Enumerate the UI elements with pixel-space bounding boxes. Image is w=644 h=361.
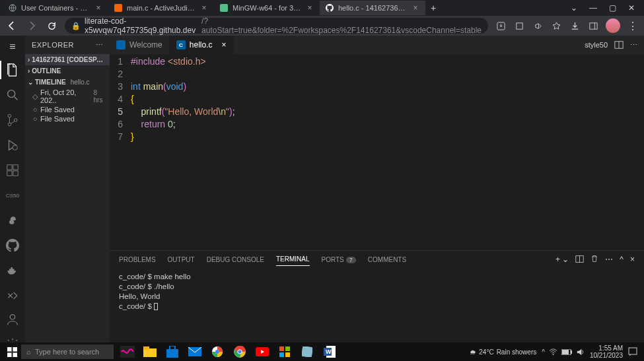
- url-input[interactable]: 🔒 literate-cod-x5wvqw7q475735q9.github.d…: [65, 18, 488, 34]
- timeline-item[interactable]: ○ File Saved: [25, 114, 110, 123]
- reload-button[interactable]: [45, 19, 58, 32]
- docker-icon[interactable]: [5, 263, 20, 279]
- browser-tab-3[interactable]: hello.c - 141627361 [Codespace ×: [320, 1, 425, 15]
- new-terminal-icon[interactable]: + ⌄: [555, 255, 569, 264]
- wifi-icon[interactable]: [549, 348, 557, 356]
- explorer-icon[interactable]: [5, 62, 20, 78]
- notifications-icon[interactable]: [628, 347, 637, 356]
- timeline-item[interactable]: ○ File Saved: [25, 105, 110, 114]
- extensions-icon[interactable]: [5, 162, 20, 178]
- notes-icon[interactable]: [297, 344, 317, 360]
- style50-button[interactable]: style50: [585, 41, 608, 49]
- file-explorer-icon[interactable]: [140, 344, 160, 360]
- lock-icon: 🔒: [71, 22, 81, 30]
- maximize-icon[interactable]: ▢: [609, 3, 616, 13]
- maximize-panel-icon[interactable]: ^: [620, 255, 624, 264]
- new-tab-button[interactable]: +: [425, 3, 441, 13]
- code-content: #include <stdio.h> int main(void){ print…: [131, 55, 235, 250]
- chrome-icon[interactable]: [230, 344, 250, 360]
- browser-tab-2[interactable]: MinGW-w64 - for 32 and 64 bit ×: [214, 1, 320, 15]
- trash-icon[interactable]: [590, 255, 598, 264]
- profile-avatar[interactable]: [606, 18, 620, 33]
- ports-tab[interactable]: PORTS7: [322, 253, 356, 266]
- menu-icon[interactable]: ⋮: [627, 20, 639, 32]
- run-debug-icon[interactable]: [5, 137, 20, 153]
- svg-point-33: [215, 350, 219, 354]
- tab-title: MinGW-w64 - for 32 and 64 bit: [233, 4, 301, 12]
- taskbar-search[interactable]: ⌕ Type here to search: [21, 345, 114, 359]
- close-icon[interactable]: ×: [411, 3, 420, 13]
- terminal-tab[interactable]: TERMINAL: [276, 253, 310, 266]
- close-icon[interactable]: ×: [305, 3, 314, 13]
- search-icon: ⌕: [26, 348, 31, 356]
- svg-rect-25: [13, 352, 17, 357]
- extension-icon[interactable]: [513, 20, 525, 32]
- more-icon[interactable]: ⋯: [605, 255, 613, 264]
- word-icon[interactable]: W: [320, 344, 340, 360]
- github-icon[interactable]: [5, 238, 20, 253]
- line-num: 6: [110, 118, 123, 131]
- minimize-icon[interactable]: —: [589, 3, 597, 13]
- editor-tab-hello[interactable]: C hello.c ×: [170, 36, 234, 54]
- close-window-icon[interactable]: ✕: [628, 3, 635, 13]
- timeline-item[interactable]: ◇ Fri, Oct 20, 202.. 8 hrs: [25, 88, 110, 105]
- share-icon[interactable]: [532, 20, 544, 32]
- remote-icon[interactable]: [5, 288, 20, 304]
- split-icon[interactable]: [614, 40, 624, 49]
- browser-tab-1[interactable]: main.c - ActiveJudiciousPcboard ×: [108, 1, 214, 15]
- close-icon[interactable]: ×: [94, 3, 103, 13]
- volume-icon[interactable]: [576, 348, 585, 356]
- chevron-down-icon[interactable]: ⌄: [571, 3, 577, 13]
- terminal-output[interactable]: c_code/ $ make hello c_code/ $ ./hello H…: [110, 268, 644, 343]
- browser-tab-0[interactable]: User Containers - webterm | Lag ×: [3, 1, 108, 15]
- back-button[interactable]: [5, 19, 18, 32]
- source-control-icon[interactable]: [5, 112, 20, 128]
- more-icon[interactable]: ⋯: [630, 41, 637, 49]
- weather-widget[interactable]: 🌧 24°C Rain showers: [470, 348, 536, 356]
- outline-section[interactable]: ›OUTLINE: [25, 65, 110, 77]
- system-tray: 🌧 24°C Rain showers ^ 1:55 AM 10/21/2023: [470, 345, 641, 359]
- more-icon[interactable]: ⋯: [96, 41, 104, 49]
- panel-icon[interactable]: [587, 20, 599, 32]
- store-icon[interactable]: [162, 344, 182, 360]
- chevron-right-icon: ›: [28, 56, 30, 63]
- timeline-section[interactable]: ⌄TIMELINEhello.c: [25, 77, 110, 88]
- clock[interactable]: 1:55 AM 10/21/2023: [590, 345, 623, 359]
- comments-tab[interactable]: COMMENTS: [368, 253, 406, 266]
- line-num: 5: [110, 106, 123, 118]
- output-tab[interactable]: OUTPUT: [168, 253, 195, 266]
- star-icon[interactable]: [550, 20, 562, 32]
- url-path: /?autoStart=true&folder=%2Fworkspaces%2F…: [201, 16, 482, 35]
- svg-rect-50: [629, 348, 637, 354]
- split-terminal-icon[interactable]: [575, 255, 584, 264]
- start-button[interactable]: [3, 343, 21, 361]
- photos-icon[interactable]: [207, 344, 227, 360]
- close-icon[interactable]: ×: [199, 3, 209, 13]
- hamburger-icon[interactable]: ≡: [9, 41, 15, 53]
- debug-console-tab[interactable]: DEBUG CONSOLE: [207, 253, 264, 266]
- tray-chevron-icon[interactable]: ^: [542, 348, 545, 356]
- svg-rect-13: [7, 171, 12, 176]
- duck-icon[interactable]: [5, 213, 20, 228]
- svg-text:W: W: [326, 348, 332, 355]
- download-icon[interactable]: [569, 20, 581, 32]
- close-panel-icon[interactable]: ×: [630, 255, 635, 264]
- code-editor[interactable]: 1 2 3 4 5 6 7 #include <stdio.h> int mai…: [110, 54, 644, 250]
- install-icon[interactable]: [495, 20, 507, 32]
- cs50-icon[interactable]: CS50: [5, 187, 20, 203]
- close-icon[interactable]: ×: [221, 40, 226, 49]
- diamond-icon: ◇: [33, 92, 37, 101]
- youtube-icon[interactable]: [252, 344, 272, 360]
- search-icon[interactable]: [5, 87, 20, 103]
- forward-button[interactable]: [25, 19, 38, 32]
- repo-section[interactable]: ›141627361 [CODESPACES: LI...: [25, 54, 110, 65]
- ms-todo-icon[interactable]: [275, 344, 295, 360]
- tab-label: hello.c: [190, 40, 213, 49]
- problems-tab[interactable]: PROBLEMS: [119, 253, 156, 266]
- account-icon[interactable]: [5, 312, 20, 327]
- battery-icon[interactable]: [561, 349, 572, 355]
- app-icon[interactable]: [118, 344, 137, 360]
- editor-tab-welcome[interactable]: Welcome: [110, 36, 170, 54]
- mail-icon[interactable]: [185, 344, 205, 360]
- svg-point-16: [10, 315, 15, 319]
